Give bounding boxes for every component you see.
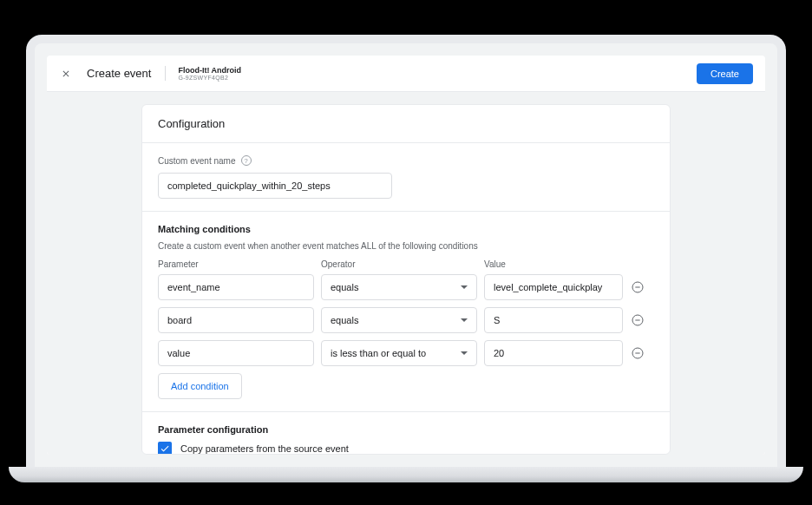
- chevron-down-icon: [461, 318, 468, 322]
- add-condition-button[interactable]: Add condition: [158, 373, 242, 399]
- matching-conditions-section: Matching conditions Create a custom even…: [142, 212, 670, 412]
- matching-description: Create a custom event when another event…: [158, 241, 654, 251]
- remove-condition-icon[interactable]: [630, 279, 645, 295]
- top-bar: Create event Flood-It! Android G-9ZSWYF4…: [47, 56, 765, 92]
- operator-select[interactable]: equals: [321, 274, 477, 300]
- custom-event-input[interactable]: [158, 173, 392, 199]
- remove-condition-icon[interactable]: [630, 345, 645, 361]
- condition-row: event_name equals level_complete_quickpl…: [158, 274, 654, 300]
- laptop-base: [9, 467, 803, 482]
- parameter-input[interactable]: value: [158, 340, 314, 366]
- matching-title: Matching conditions: [158, 224, 654, 234]
- card-title: Configuration: [142, 105, 670, 143]
- operator-select[interactable]: is less than or equal to: [321, 340, 477, 366]
- value-input[interactable]: level_complete_quickplay: [484, 274, 623, 300]
- app-id: G-9ZSWYF4QB2: [178, 75, 241, 81]
- custom-event-label: Custom event name: [158, 156, 236, 166]
- parameter-input[interactable]: board: [158, 307, 314, 333]
- content: Configuration Custom event name ? Matchi…: [47, 92, 765, 455]
- condition-row: board equals S: [158, 307, 654, 333]
- help-icon[interactable]: ?: [241, 155, 252, 166]
- parameter-config-section: Parameter configuration Copy parameters …: [142, 412, 670, 455]
- value-input[interactable]: S: [484, 307, 623, 333]
- app-name: Flood-It! Android: [178, 66, 241, 75]
- parameter-input[interactable]: event_name: [158, 274, 314, 300]
- create-button[interactable]: Create: [697, 63, 753, 84]
- chevron-down-icon: [461, 351, 468, 355]
- laptop-frame: Create event Flood-It! Android G-9ZSWYF4…: [26, 35, 786, 467]
- param-config-title: Parameter configuration: [158, 424, 654, 435]
- col-parameter: Parameter: [158, 259, 314, 269]
- remove-condition-icon[interactable]: [630, 312, 645, 328]
- copy-params-checkbox[interactable]: [158, 442, 172, 455]
- col-operator: Operator: [321, 259, 477, 269]
- configuration-card: Configuration Custom event name ? Matchi…: [141, 104, 671, 455]
- value-input[interactable]: 20: [484, 340, 623, 366]
- close-icon[interactable]: [59, 67, 73, 81]
- custom-event-section: Custom event name ?: [142, 143, 670, 212]
- operator-select[interactable]: equals: [321, 307, 477, 333]
- app-info: Flood-It! Android G-9ZSWYF4QB2: [165, 66, 241, 81]
- copy-params-label: Copy parameters from the source event: [180, 443, 349, 454]
- screen: Create event Flood-It! Android G-9ZSWYF4…: [47, 56, 765, 455]
- page-title: Create event: [87, 67, 151, 80]
- condition-row: value is less than or equal to 20: [158, 340, 654, 366]
- col-value: Value: [484, 259, 623, 269]
- chevron-down-icon: [461, 285, 468, 289]
